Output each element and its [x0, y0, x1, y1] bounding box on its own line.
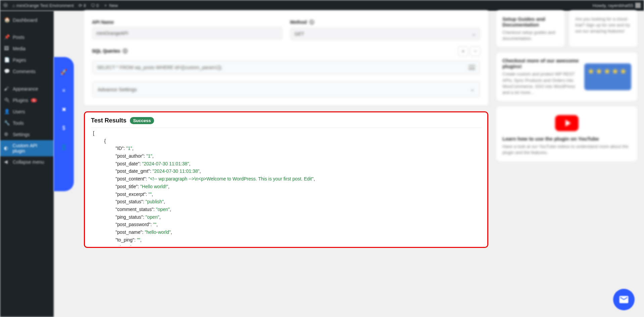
setup-guides-card[interactable]: Setup Guides and Documentation Checkout …: [496, 11, 564, 47]
card-desc: Checkout setup guides and documentation.: [502, 30, 558, 42]
plugins-badge: 5: [31, 98, 37, 102]
test-results-card: Test Results Success [ { "ID": "1", "pos…: [84, 111, 488, 248]
gear-icon: ⚙: [4, 131, 10, 138]
plug-icon: 🔌: [4, 97, 10, 103]
method-select[interactable]: GET⌄: [290, 28, 481, 40]
sidebar-item-label: Plugins: [13, 98, 28, 103]
cloud-trial-card[interactable]: Are you looking for a cloud-trial? Sign …: [569, 11, 637, 47]
card-desc: Are you looking for a cloud-trial? Sign …: [575, 16, 631, 35]
sidebar-item-label: Media: [13, 46, 26, 51]
card-desc: Create custom and protect WP REST APIs; …: [502, 71, 580, 96]
user-icon: 👤: [4, 109, 10, 115]
brush-icon: 🖌: [4, 86, 10, 92]
updates-link[interactable]: ⟳ 8: [79, 3, 86, 8]
person-icon[interactable]: 👤: [59, 142, 68, 152]
remove-query-button[interactable]: −: [470, 46, 480, 56]
sidebar-item-users[interactable]: 👤Users: [0, 106, 54, 117]
sql-label: SQL Queries ⓘ: [92, 48, 128, 54]
admin-bar: ⓦ ⌂ miniOrange Test Environment ⟳ 8 🗨 0 …: [0, 0, 644, 11]
sidebar-item-label: Dashboard: [13, 17, 37, 23]
sidebar-item-settings[interactable]: ⚙Settings: [0, 129, 54, 140]
sidebar-item-appearance[interactable]: 🖌Appearance: [0, 83, 54, 95]
add-query-button[interactable]: +: [458, 46, 468, 56]
sidebar-item-dashboard[interactable]: 🏠 Dashboard: [0, 14, 54, 25]
json-viewer[interactable]: [ { "ID": "1", "post_author": "1", "post…: [91, 127, 481, 246]
plugins-promo-card[interactable]: Checkout more of our awesome plugins! Cr…: [496, 52, 637, 101]
sidebar-item-pages[interactable]: 📄Pages: [0, 54, 54, 66]
sidebar-item-posts[interactable]: 📌Posts: [0, 32, 54, 43]
wrench-icon: 🔧: [4, 120, 10, 126]
rocket-icon[interactable]: 🚀: [59, 67, 68, 76]
advance-settings-label: Advance Settings: [98, 87, 137, 92]
mini-rail: 🚀 ≡ ✖ $ 👤: [54, 57, 74, 191]
sidebar-item-label: Posts: [13, 35, 24, 40]
sidebar-item-label: Collapse menu: [13, 159, 44, 165]
sql-input[interactable]: SELECT * FROM wp_posts WHERE id={{custom…: [92, 60, 480, 74]
youtube-card[interactable]: Learn how to use the plugin on YouTube H…: [496, 106, 637, 161]
page-icon: 📄: [4, 57, 10, 63]
test-results-title: Test Results: [91, 117, 127, 124]
sidebar-item-collapse[interactable]: ◀Collapse menu: [0, 156, 54, 168]
drag-handle-icon[interactable]: [468, 65, 475, 70]
status-badge: Success: [130, 117, 154, 124]
dashboard-icon: 🏠: [4, 17, 10, 23]
sidebar-item-label: Settings: [13, 132, 30, 137]
chat-fab[interactable]: [613, 289, 635, 310]
cross-icon[interactable]: ✖: [59, 105, 68, 114]
sidebar-item-comments[interactable]: 💬Comments: [0, 66, 54, 77]
card-title: Setup Guides and Documentation: [502, 16, 558, 28]
howdy-text[interactable]: Howdy, rayenibhat55: [593, 3, 633, 8]
comments-link[interactable]: 🗨 0: [91, 3, 99, 8]
chevron-down-icon: ⌄: [470, 86, 475, 92]
dollar-icon[interactable]: $: [59, 123, 68, 133]
wp-sidebar: 🏠 Dashboard 📌Posts 🖼Media 📄Pages 💬Commen…: [0, 11, 54, 317]
sidebar-item-plugins[interactable]: 🔌Plugins5: [0, 95, 54, 106]
sidebar-item-label: Pages: [13, 57, 26, 63]
youtube-icon: [555, 115, 579, 131]
sidebar-item-label: Tools: [13, 120, 24, 126]
chevron-down-icon: ⌄: [472, 31, 476, 37]
plugins-image: [584, 63, 631, 90]
sidebar-item-media[interactable]: 🖼Media: [0, 43, 54, 54]
sidebar-item-label: Custom API plugin: [12, 143, 50, 154]
api-name-input[interactable]: miniOrangeAPI: [92, 27, 282, 40]
mail-icon: [618, 294, 629, 305]
comment-icon: 💬: [4, 68, 10, 74]
collapse-icon: ◀: [4, 159, 10, 165]
api-form-card: API Name miniOrangeAPI Method ⓘ GET⌄ SQL…: [84, 11, 488, 105]
sidebar-item-label: Comments: [13, 69, 36, 74]
pin-icon: 📌: [4, 34, 10, 40]
avatar[interactable]: [635, 3, 641, 8]
api-name-label: API Name: [92, 19, 282, 25]
site-link[interactable]: ⌂ miniOrange Test Environment: [12, 3, 74, 8]
new-link[interactable]: ＋ New: [103, 2, 118, 8]
sidebar-item-label: Users: [13, 109, 25, 114]
api-icon: ◐: [4, 145, 10, 151]
card-title: Learn how to use the plugin on YouTube: [502, 136, 631, 142]
card-title: Checkout more of our awesome plugins!: [502, 58, 580, 69]
media-icon: 🖼: [4, 46, 10, 52]
card-desc: Have a look at our YouTube videos to und…: [502, 144, 631, 156]
database-icon[interactable]: ≡: [59, 86, 68, 95]
method-label: Method ⓘ: [290, 19, 481, 25]
sidebar-item-tools[interactable]: 🔧Tools: [0, 117, 54, 129]
advance-settings-toggle[interactable]: Advance Settings ⌄: [92, 81, 480, 97]
sidebar-item-custom-api[interactable]: ◐Custom API plugin: [0, 140, 54, 156]
wp-logo-icon[interactable]: ⓦ: [3, 2, 8, 8]
sql-input-text: SELECT * FROM wp_posts WHERE id={{custom…: [97, 65, 222, 70]
sidebar-item-label: Appearance: [13, 86, 38, 92]
